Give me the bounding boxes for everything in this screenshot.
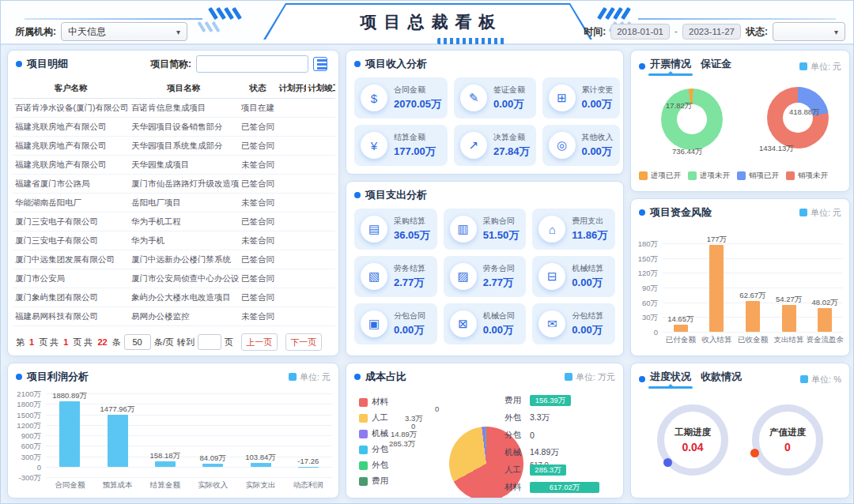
x-axis-label: 资金流盈余 (803, 335, 846, 345)
table-cell (306, 288, 335, 307)
progress-gauges: 工期进度0.04产值进度0 (631, 392, 849, 476)
table-cell: 厦门市公安局侦查中心办公设... (129, 269, 239, 288)
card-value: 0.00万 (582, 145, 614, 159)
chevron-down-icon: ▾ (168, 28, 180, 36)
card-label: 采购结算 (394, 216, 430, 227)
goto-page-input[interactable] (198, 334, 221, 350)
table-row[interactable]: 厦门三安电子有限公司华为手机工程已签合同 (13, 213, 335, 231)
y-axis-tick: 2100万 (8, 389, 41, 400)
table-cell: 象屿办公大楼水电改造项目 (129, 288, 239, 307)
pie-callout-label: 0 (435, 404, 439, 413)
decor-dash-strip (437, 38, 507, 44)
header-bar: 所属机构: 中天信息 ▾ 项目总裁看板 时间: 2018-01-01 - 202… (1, 1, 854, 45)
unit-square-icon (289, 373, 297, 381)
legend-label: 销项已开 (749, 171, 779, 181)
tab-进度状况[interactable]: 进度状况 (650, 370, 691, 389)
gauge-dot (750, 449, 759, 457)
legend-item: 销项未开 (786, 171, 828, 181)
panel-project-detail: 项目明细 项目简称: 客户名称项目名称状态计划开始计划竣工 百诺肯净水设备(厦门… (7, 50, 339, 356)
table-row[interactable]: 厦门市公安局厦门市公安局侦查中心办公设...已签合同 (13, 269, 335, 288)
legend-item: 进项已开 (639, 171, 681, 181)
purchase-contract-icon: ▥ (450, 216, 477, 243)
title-dot (16, 374, 22, 380)
card-value: 36.05万 (394, 228, 430, 243)
panel-profit-analysis: 项目利润分析 单位: 元 2100万1800万1500万1200万900万600… (7, 363, 339, 498)
table-row[interactable]: 厦门三安电子有限公司华为手机未签合同 (13, 231, 335, 250)
table-cell (278, 213, 307, 231)
legend-swatch (359, 414, 368, 423)
table-cell: 已签合同 (239, 213, 278, 231)
table-cell: 厦门象屿集团有限公司 (13, 288, 129, 307)
tab-保证金[interactable]: 保证金 (701, 57, 731, 76)
table-row[interactable]: 福建兆联房地产投资有限公司变电项目（1x800KVA吊臂柜）未签合同 (13, 326, 335, 331)
bar (746, 301, 760, 332)
legend-swatch (786, 171, 795, 180)
table-cell: 未签合同 (239, 307, 278, 326)
card-value: 0.00万 (572, 276, 603, 290)
cost-list-label: 材料 (504, 482, 530, 493)
table-row[interactable]: 福建兆联房地产有限公司天华园集成项目未签合同 (13, 156, 335, 175)
table-cell (278, 137, 307, 156)
cost-list-label: 外包 (504, 412, 530, 423)
card-value: 11.86万 (572, 228, 607, 243)
project-search-input[interactable] (196, 55, 308, 73)
table-cell: 已签合同 (239, 118, 278, 137)
table-row[interactable]: 百诺肯净水设备(厦门)有限公司百诺肯信息集成项目项目在建 (13, 99, 335, 118)
tab-收款情况[interactable]: 收款情况 (701, 370, 742, 389)
table-cell: 百诺肯净水设备(厦门)有限公司 (13, 99, 129, 118)
y-axis-tick: 1800万 (8, 400, 41, 410)
contract-amount-icon: $ (361, 85, 387, 111)
table-cell: 已签合同 (239, 137, 278, 156)
legend-item: 材料 (359, 397, 388, 408)
table-row[interactable]: 福建易网科技有限公司易网办公楼监控未签合同 (13, 307, 335, 326)
table-cell: 百诺肯信息集成项目 (129, 99, 239, 118)
card-label: 累计变更 (582, 85, 614, 96)
tab-开票情况[interactable]: 开票情况 (650, 57, 691, 76)
gridline (663, 332, 843, 333)
org-label: 所属机构: (15, 25, 56, 39)
table-row[interactable]: 厦门象屿集团有限公司象屿办公大楼水电改造项目已签合同 (13, 288, 335, 307)
legend-label: 进项已开 (651, 171, 681, 181)
table-cell (278, 250, 307, 269)
bar-value-label: 14.65万 (658, 314, 704, 325)
prev-page-button[interactable]: 上一页 (241, 333, 278, 351)
next-page-button[interactable]: 下一页 (285, 333, 322, 351)
decor-slashes (200, 21, 217, 32)
card-label: 分包合同 (394, 310, 425, 322)
org-select[interactable]: 中天信息 ▾ (61, 22, 187, 41)
table-cell (278, 269, 307, 288)
table-cell: 已签合同 (239, 269, 278, 288)
fund-risk-bar-chart: 180万150万120万90万60万30万014.65万已付金额177万收入结算… (631, 223, 849, 355)
table-row[interactable]: 福建兆联房地产有限公司天华园项目设备销售部分已签合同 (13, 118, 335, 137)
list-grid-icon[interactable] (313, 57, 327, 71)
table-row[interactable]: 厦门中远集团发展有限公司厦门中远新办公楼门禁系统已签合同 (13, 250, 335, 269)
gridline (46, 477, 332, 478)
table-cell: 天华园项目系统集成部分 (129, 137, 239, 156)
legend-swatch (359, 446, 368, 454)
panel-title: 项目利润分析 (27, 370, 89, 384)
date-end-input[interactable]: 2023-11-27 (682, 24, 741, 39)
purchase-contract-card: ▥采购合同51.50万 (444, 209, 527, 250)
cost-list-row: 人工285.3万 (504, 465, 566, 476)
table-cell: 福建省厦门市公路局 (13, 175, 129, 194)
date-start-input[interactable]: 2018-01-01 (610, 24, 670, 39)
pager-text: 条 (112, 337, 121, 348)
donut-value-label: 1434.13万 (759, 144, 794, 154)
gridline (46, 425, 332, 426)
card-value: 2070.05万 (394, 97, 441, 111)
card-label: 决算金额 (493, 132, 530, 143)
table-row[interactable]: 华能湖南岳阳电厂岳阳电厂项目未签合同 (13, 194, 335, 213)
y-axis-tick: 180万 (631, 239, 658, 250)
page-size-input[interactable]: 50 (124, 334, 151, 350)
panel-fund-risk: 项目资金风险 单位: 元 180万150万120万90万60万30万014.65… (630, 198, 850, 356)
cost-value-text: 14.89万 (530, 447, 559, 458)
gridline (663, 288, 843, 288)
title-dot (639, 376, 645, 382)
unit-square-icon (799, 62, 807, 70)
cost-value-text: 3.3万 (530, 412, 550, 423)
card-label: 合同金额 (394, 85, 441, 96)
table-row[interactable]: 福建省厦门市公路局厦门市仙岳路路灯升级改造项目已签合同 (13, 175, 335, 194)
table-row[interactable]: 福建兆联房地产有限公司天华园项目系统集成部分已签合同 (13, 137, 335, 156)
status-select[interactable]: ▾ (773, 22, 845, 41)
x-axis-label: 预算成本 (90, 480, 144, 491)
